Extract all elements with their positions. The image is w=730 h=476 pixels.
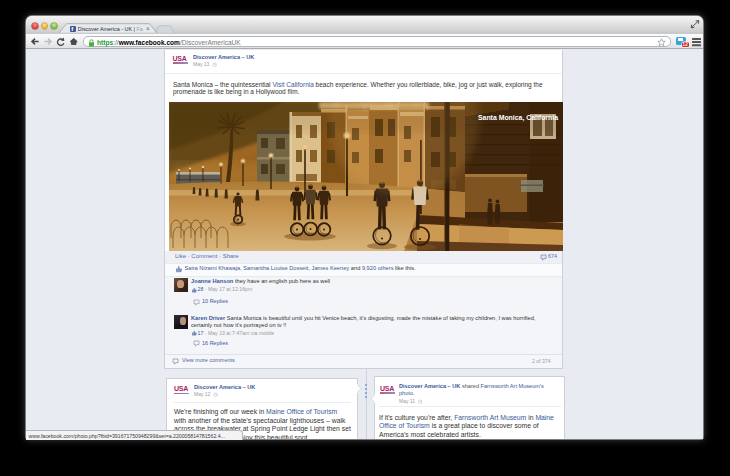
svg-text:Santa Monica, California: Santa Monica, California [478,114,558,122]
